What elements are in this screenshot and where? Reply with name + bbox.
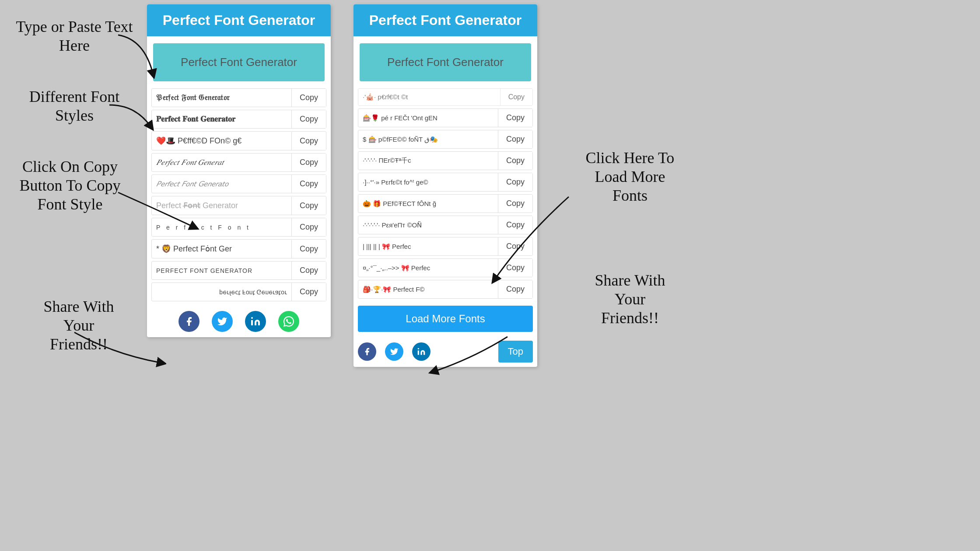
font-text: PERFECT FONT GENERATOR — [152, 263, 291, 279]
font-text: 🎰🌹 pé r FEČt 'Ont gEN — [358, 110, 498, 126]
arrow-share-left — [70, 328, 166, 372]
font-row: ɹoʇɐɹǝuǝ⅁ ʇuoℲ ʇɔǝɟɹǝd Copy — [151, 282, 326, 301]
copy-button[interactable]: Copy — [291, 132, 326, 150]
annotation-share-right: Share WithYourFriends!! — [569, 271, 691, 328]
copy-button[interactable]: Copy — [498, 152, 532, 170]
copy-button[interactable]: Copy — [291, 240, 326, 258]
font-text: 𝔓𝔢𝔯𝔣𝔢𝔠𝔱 𝔉𝔬𝔫𝔱 𝔊𝔢𝔫𝔢𝔯𝔞𝔱𝔬𝔯 — [152, 89, 291, 107]
copy-button[interactable]: Copy — [291, 89, 326, 107]
font-text: ·]··°'·» Ρεrfε©t fo^ᵗ ge© — [358, 174, 498, 191]
font-text: ❤️🎩 P€ff€©D FOn© g€ — [152, 132, 291, 150]
font-text: ·'·'·'·'·'· Ρεя'еΠт ©ON̈ — [358, 217, 498, 234]
font-text: 🎒·🏆·🎀 Perfect F© — [358, 281, 498, 298]
arrow-different-fonts — [101, 101, 158, 136]
copy-button[interactable]: Copy — [291, 175, 326, 193]
copy-button[interactable]: Copy — [291, 197, 326, 215]
whatsapp-button[interactable] — [278, 311, 299, 332]
copy-button[interactable]: Copy — [291, 110, 326, 128]
arrow-share-right — [420, 328, 516, 380]
right-panel: Perfect Font Generator Perfect Font Gene… — [354, 4, 537, 367]
facebook-button-right[interactable] — [358, 342, 376, 361]
left-panel: Perfect Font Generator Perfect Font Gene… — [147, 4, 331, 337]
svg-point-1 — [418, 348, 419, 349]
copy-button[interactable]: Copy — [291, 283, 326, 301]
arrow-click-copy — [114, 184, 201, 236]
facebook-button[interactable] — [178, 311, 200, 332]
font-text: $ 🎰 p©fFE©© foÑT ق🎭 — [358, 131, 498, 148]
font-row: 𝑃𝑒𝑟𝑓𝑒𝑐𝑡 𝐹𝑜𝑛𝑡 𝐺𝑒𝑛𝑒𝑟𝑎𝑡 Copy — [151, 153, 326, 172]
twitter-button[interactable] — [212, 311, 233, 332]
font-text: ɹoʇɐɹǝuǝ⅁ ʇuoℲ ʇɔǝɟɹǝd — [152, 284, 291, 300]
font-text: 🎃 🎁 ΡEf©ŦECT fÔNt ğ — [358, 195, 498, 212]
font-row: ❤️🎩 P€ff€©D FOn© g€ Copy — [151, 131, 326, 150]
arrow-load-more — [481, 192, 578, 289]
right-panel-header: Perfect Font Generator — [354, 4, 537, 36]
font-row: ·'·'·'·'· ΠΕr©Ŧª千c Copy — [358, 151, 533, 170]
font-row: PERFECT FONT GENERATOR Copy — [151, 261, 326, 280]
copy-button[interactable]: Copy — [498, 109, 532, 127]
twitter-button-right[interactable] — [385, 342, 403, 361]
right-input-box[interactable]: Perfect Font Generator — [360, 43, 531, 81]
copy-button[interactable]: Copy — [498, 173, 532, 191]
copy-button[interactable]: Copy — [291, 153, 326, 171]
font-text: ·'🎪· p€rf€©t ©t — [358, 89, 500, 105]
left-panel-header: Perfect Font Generator — [147, 4, 331, 36]
copy-button[interactable]: Copy — [500, 89, 532, 105]
font-row: $ 🎰 p©fFE©© foÑT ق🎭 Copy — [358, 130, 533, 149]
annotation-click-load: Click Here ToLoad MoreFonts — [560, 149, 700, 206]
font-text: | ||| || | 🎀 Perfec — [358, 238, 498, 255]
arrow-type-paste — [109, 26, 162, 79]
font-text: 𝐏𝐞𝐫𝐟𝐞𝐜𝐭 𝐅𝐨𝐧𝐭 𝐆𝐞𝐧𝐞𝐫𝐚𝐭𝐨𝐫 — [152, 110, 291, 128]
font-text: 𝑃𝑒𝑟𝑓𝑒𝑐𝑡 𝐹𝑜𝑛𝑡 𝐺𝑒𝑛𝑒𝑟𝑎𝑡 — [152, 153, 291, 171]
copy-button[interactable]: Copy — [291, 262, 326, 279]
font-text: ·'·'·'·'· ΠΕr©Ŧª千c — [358, 152, 498, 169]
svg-point-0 — [251, 317, 253, 319]
left-input-box[interactable]: Perfect Font Generator — [153, 43, 325, 81]
font-row: * 🦁 Perfect Fȯnt Ger Copy — [151, 239, 326, 258]
font-row: 🎰🌹 pé r FEČt 'Ont gEN Copy — [358, 108, 533, 127]
font-row: 𝐏𝐞𝐫𝐟𝐞𝐜𝐭 𝐅𝐨𝐧𝐭 𝐆𝐞𝐧𝐞𝐫𝐚𝐭𝐨𝐫 Copy — [151, 110, 326, 129]
font-text: ¤„·°¯_·„..–>> 🎀 Perfec — [358, 260, 498, 276]
social-bar-left — [147, 304, 331, 337]
copy-button[interactable]: Copy — [498, 130, 532, 148]
font-row: ·]··°'·» Ρεrfε©t fo^ᵗ ge© Copy — [358, 173, 533, 192]
font-text: * 🦁 Perfect Fȯnt Ger — [152, 240, 291, 258]
linkedin-button[interactable] — [245, 311, 266, 332]
copy-button[interactable]: Copy — [291, 218, 326, 236]
font-row-partial: ·'🎪· p€rf€©t ©t Copy — [358, 88, 533, 106]
font-row: 𝔓𝔢𝔯𝔣𝔢𝔠𝔱 𝔉𝔬𝔫𝔱 𝔊𝔢𝔫𝔢𝔯𝔞𝔱𝔬𝔯 Copy — [151, 88, 326, 107]
